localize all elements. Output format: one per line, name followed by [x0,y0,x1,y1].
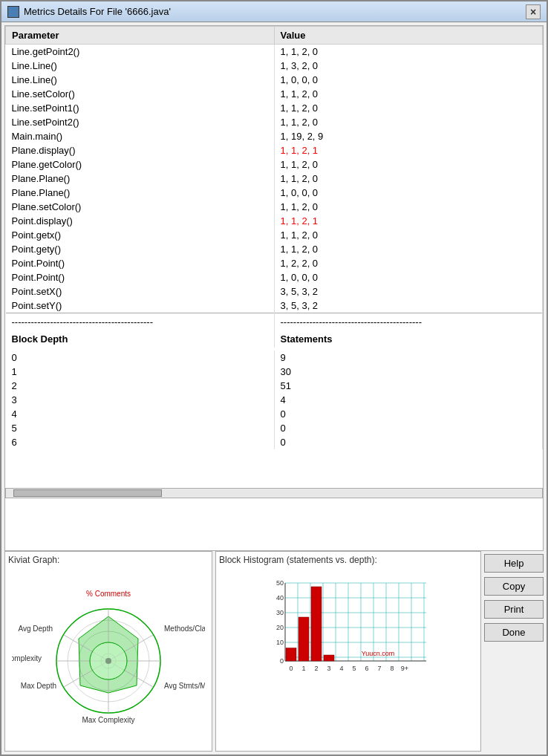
table-row: Plane.Plane()1, 1, 2, 0 [6,172,543,186]
histogram-title: Block Histogram (statements vs. depth): [219,555,477,565]
section-header-row: Block DepthStatements [6,330,543,348]
param-cell: Line.setPoint1() [6,101,275,115]
statements-cell: 0 [274,407,543,421]
value-cell: 1, 1, 2, 0 [274,172,543,186]
table-row: Line.Line()1, 3, 2, 0 [6,59,543,73]
col-parameter: Parameter [6,27,275,45]
kiviat-label-methods: Methods/Class [164,625,205,633]
param-cell: Plane.Plane() [6,186,275,200]
x-label-2: 2 [314,665,318,672]
value-cell: 1, 1, 2, 1 [274,143,543,157]
table-row: Line.Line()1, 0, 0, 0 [6,73,543,87]
separator-cell-2: ----------------------------------------… [274,313,543,331]
statements-cell: 51 [274,379,543,393]
bar-3 [324,655,334,661]
table-row: Point.getx()1, 1, 2, 0 [6,228,543,242]
horizontal-scrollbar[interactable] [5,488,543,498]
depth-cell: 6 [6,435,275,449]
table-row: Point.display()1, 1, 2, 1 [6,214,543,228]
table-row: Main.main()1, 19, 2, 9 [6,129,543,143]
table-row: Point.setX()3, 5, 3, 2 [6,284,543,299]
bar-1 [299,617,309,661]
value-cell: 1, 0, 0, 0 [274,186,543,200]
svg-point-12 [90,642,127,680]
kiviat-label-avgdepth: Avg Depth [18,625,53,633]
value-cell: 1, 0, 0, 0 [274,270,543,284]
y-label-0: 0 [280,657,284,665]
table-row: Line.setPoint2()1, 1, 2, 0 [6,115,543,129]
block-depth-header: Block Depth [6,330,275,348]
x-label-0: 0 [289,665,293,672]
table-row: Point.Point()1, 0, 0, 0 [6,270,543,284]
y-label-20: 20 [276,624,284,631]
param-cell: Line.setColor() [6,87,275,101]
y-label-50: 50 [276,579,284,587]
value-cell: 1, 1, 2, 0 [274,115,543,129]
depth-cell: 1 [6,365,275,379]
kiviat-label-stmts: Avg Stmts/Method [164,682,205,690]
param-cell: Plane.Plane() [6,172,275,186]
help-button[interactable]: Help [484,554,544,573]
value-cell: 3, 5, 3, 2 [274,284,543,299]
done-button[interactable]: Done [484,623,544,642]
depth-cell: 3 [6,393,275,407]
scrollbar-thumb-horiz [13,489,162,497]
kiviat-svg: % Comments Methods/Class Avg Stmts/Metho… [12,576,205,739]
x-label-1: 1 [301,665,305,672]
depth-row: 50 [6,421,543,435]
table-scroll[interactable]: Parameter Value Line.getPoint2()1, 1, 2,… [5,26,543,486]
value-cell: 1, 0, 0, 0 [274,73,543,87]
x-label-6: 6 [365,665,368,672]
separator-row: ----------------------------------------… [6,313,543,331]
kiviat-label-comments: % Comments [86,590,131,598]
depth-cell: 0 [6,351,275,365]
histogram-graph-container: 50 40 30 20 10 0 0 1 2 3 4 5 6 [219,567,477,748]
y-label-30: 30 [276,609,284,616]
value-cell: 1, 1, 2, 1 [274,214,543,228]
param-cell: Point.display() [6,214,275,228]
param-cell: Point.getx() [6,228,275,242]
statements-cell: 0 [274,421,543,435]
table-container: Parameter Value Line.getPoint2()1, 1, 2,… [4,25,544,551]
separator-cell-1: ----------------------------------------… [6,313,275,331]
print-button[interactable]: Print [484,600,544,619]
value-cell: 1, 3, 2, 0 [274,59,543,73]
table-row: Point.setY()3, 5, 3, 2 [6,299,543,313]
x-label-7: 7 [377,665,381,672]
param-cell: Plane.setColor() [6,200,275,214]
window-icon [7,6,19,18]
x-label-5: 5 [352,665,356,672]
table-row: Line.setPoint1()1, 1, 2, 0 [6,101,543,115]
value-cell: 1, 1, 2, 0 [274,45,543,59]
table-row: Point.Point()1, 2, 2, 0 [6,256,543,270]
kiviat-label-maxdepth: Max Depth [21,682,56,690]
value-cell: 1, 1, 2, 0 [274,228,543,242]
bar-2 [311,587,322,661]
depth-row: 251 [6,379,543,393]
value-cell: 1, 2, 2, 0 [274,256,543,270]
value-cell: 1, 19, 2, 9 [274,129,543,143]
param-cell: Plane.getColor() [6,157,275,172]
param-cell: Main.main() [6,129,275,143]
kiviat-title: Kiviat Graph: [8,555,209,565]
kiviat-label-maxcomplexity: Max Complexity [82,716,134,724]
param-cell: Point.gety() [6,242,275,256]
param-cell: Point.setX() [6,284,275,299]
histogram-svg: 50 40 30 20 10 0 0 1 2 3 4 5 6 [263,576,434,739]
table-row: Point.gety()1, 1, 2, 0 [6,242,543,256]
depth-cell: 2 [6,379,275,393]
table-row: Plane.display()1, 1, 2, 1 [6,143,543,157]
y-label-10: 10 [276,639,284,646]
value-cell: 3, 5, 3, 2 [274,299,543,313]
table-row: Plane.getColor()1, 1, 2, 0 [6,157,543,172]
kiviat-graph-container: % Comments Methods/Class Avg Stmts/Metho… [8,567,209,748]
close-button[interactable]: × [526,4,541,19]
value-cell: 1, 1, 2, 0 [274,87,543,101]
value-cell: 1, 1, 2, 0 [274,200,543,214]
copy-button[interactable]: Copy [484,577,544,596]
metrics-table: Parameter Value Line.getPoint2()1, 1, 2,… [5,26,543,449]
param-cell: Point.Point() [6,270,275,284]
param-cell: Line.Line() [6,59,275,73]
statements-header: Statements [274,330,543,348]
table-row: Line.getPoint2()1, 1, 2, 0 [6,45,543,59]
